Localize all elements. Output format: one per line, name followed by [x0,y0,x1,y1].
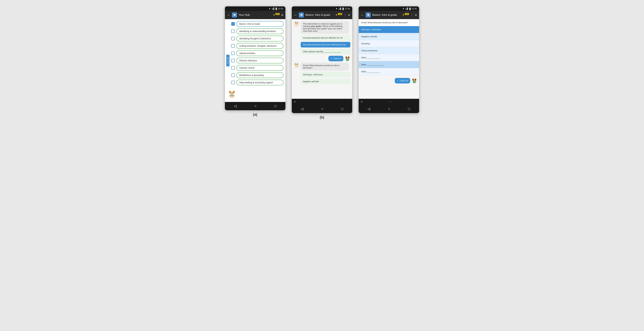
bot-avatar-2 [294,63,300,68]
dots-b2: • • • [364,101,417,103]
back-nav-icon-a[interactable]: ◁ [234,104,236,108]
bot-msg-row-2: Great! What behaviors would you like to … [294,63,350,71]
option-other3-b2[interactable]: Other ___________ [358,68,419,75]
bottom-nav-b2: ◁ ○ □ [358,105,419,113]
option-other2-b2[interactable]: Other _______________ [358,61,419,68]
option-other-specify[interactable]: Other (please specify) _______________ [301,49,350,54]
content-a: Your Hub Basics: Intro & Goals Identifyi… [225,19,286,102]
option-substances-b2[interactable]: Using substances [358,47,419,54]
back-button-a[interactable]: ← [227,13,230,17]
svg-point-21 [348,56,350,59]
reply-bubble-b2: ✓ That's all [395,78,410,84]
recents-nav-icon-a[interactable]: □ [274,104,276,108]
phone-a: ▼ ▲▌ ▓ 12:30 ← 💬 Your Hub ✦ 1300 ≡ Your … [225,6,286,110]
checkbox-1[interactable] [231,22,235,26]
option-self-injury[interactable]: Self-injury / Self-harm [301,72,350,77]
svg-point-30 [297,65,297,65]
checkbox-9[interactable] [231,81,235,84]
back-arrow-b1[interactable]: < [294,100,296,104]
list-item[interactable]: Identifying & understanding emotions [231,28,284,34]
star-icon-b2: ✦ [402,13,404,17]
svg-point-8 [232,95,232,96]
user-reply-b2: ✓ That's all [360,78,417,84]
svg-point-35 [412,79,414,81]
battery-icon-b2: ▓ [409,8,411,10]
list-item[interactable]: Mindfulness & grounding [231,72,284,78]
back-arrow-b2[interactable]: < [361,100,362,104]
bottom-nav-b1: ◁ ○ □ [292,105,352,113]
list-item[interactable]: Valued activities [231,50,284,56]
option-negative-self-talk[interactable]: Negative self-talk [301,79,350,84]
option-decrease[interactable]: Decrease behaviors that aren't effective… [301,42,350,48]
menu-icon-b2[interactable]: ≡ [415,13,417,17]
app-bar-b2: ← 💬 Basics: Intro & goals ✦ 1300 ⋮ ≡ [358,11,419,19]
star-badge-b1: ✦ 1300 [335,13,342,17]
badge-num-b1: 1300 [338,13,342,15]
time-a: 12:30 [278,8,283,10]
checkbox-6[interactable] [231,59,235,62]
home-nav-icon-b1[interactable]: ○ [321,107,323,111]
recents-nav-icon-b2[interactable]: □ [408,107,410,111]
home-nav-icon-a[interactable]: ○ [254,104,256,108]
back-button-b2[interactable]: ← [361,13,364,17]
list-item[interactable]: Impulse control [231,65,284,71]
svg-point-20 [346,56,347,59]
home-nav-icon-b2[interactable]: ○ [388,107,390,111]
checkbox-3[interactable] [231,37,235,40]
chat-icon-b1: 💬 [300,14,303,16]
option-increase[interactable]: Increase behaviors that are effective fo… [301,35,350,41]
option-list-b2: Self-injury / Self-harm Negative self-ta… [358,26,419,75]
bottom-bar-b1: < [292,99,352,105]
chat-icon-b2: 💬 [367,14,370,16]
checkbox-8[interactable] [231,74,235,77]
checkbox-2[interactable] [231,30,235,33]
girl-avatar-1 [344,56,350,61]
option-self-injury-b2[interactable]: Self-injury / Self-harm [358,26,419,33]
option-negative-talk-b2[interactable]: Negative self-talk [358,33,419,40]
checkmark-b2: ✓ [397,80,399,82]
menu-icon-b1[interactable]: ≡ [348,13,350,17]
item-label-2[interactable]: Identifying & understanding emotions [236,28,284,34]
item-label-9[interactable]: Help-seeking & accessing support [236,80,284,85]
list-item[interactable]: Help-seeking & accessing support [231,80,284,85]
screen-b2-container: ▼ ▲▌ ▓ 12:30 ← 💬 Basics: Intro & goals ✦… [358,6,419,120]
recents-nav-icon-b1[interactable]: □ [341,107,343,111]
star-icon-a: ✦ [273,13,275,17]
item-label-3[interactable]: Identifying thoughts & behaviors [236,36,284,42]
option-snacking-b2[interactable]: Snacking [358,40,419,47]
screen-a-container: ▼ ▲▌ ▓ 12:30 ← 💬 Your Hub ✦ 1300 ≡ Your … [225,6,286,117]
item-label-6[interactable]: Distress tolerance [236,58,284,63]
star-icon-b1: ✦ [335,13,338,17]
menu-icon-a[interactable]: ≡ [281,13,283,17]
chat-icon-a: 💬 [233,14,236,16]
item-label-4[interactable]: Linking emotions, thoughts, behaviors [236,43,284,49]
chat-content-b1: This intervention is meant to support yo… [292,19,352,99]
option-other1-b2[interactable]: Other ___________ [358,54,419,61]
item-label-1[interactable]: Basics: Intro & Goals [236,21,284,27]
back-button-b1[interactable]: ← [294,13,297,17]
back-nav-icon-b1[interactable]: ◁ [301,107,304,111]
reply-text-b2: That's all [400,80,408,82]
checkbox-5[interactable] [231,52,235,55]
dots-icon-b2[interactable]: ⋮ [410,13,413,17]
checkbox-7[interactable] [231,66,235,70]
status-bar-b1: ▼ ▲▌ ▓ 12:30 [292,6,352,11]
list-item[interactable]: Basics: Intro & Goals [231,21,284,27]
list-item[interactable]: Distress tolerance [231,58,284,63]
list-item[interactable]: Linking emotions, thoughts, behaviors [231,43,284,49]
back-nav-icon-b2[interactable]: ◁ [368,107,370,111]
list-item[interactable]: Identifying thoughts & behaviors [231,36,284,42]
item-label-5[interactable]: Valued activities [236,50,284,56]
signal-icons-b1: ▼ ▲▌ ▓ [336,8,344,10]
svg-point-38 [415,80,415,80]
app-icon-b2: 💬 [366,13,371,18]
item-label-8[interactable]: Mindfulness & grounding [236,72,284,78]
bot-bubble-2: Great! What behaviors would you like to … [301,63,349,71]
item-label-7[interactable]: Impulse control [236,65,284,71]
app-title-b1: Basics: Intro & goals [306,13,334,17]
dots-icon-b1[interactable]: ⋮ [344,13,346,17]
app-icon-a: 💬 [232,13,237,18]
phone-b1: ▼ ▲▌ ▓ 12:30 ← 💬 Basics: Intro & goals ✦… [292,6,352,113]
checkbox-4[interactable] [231,44,235,48]
svg-point-14 [296,23,296,23]
